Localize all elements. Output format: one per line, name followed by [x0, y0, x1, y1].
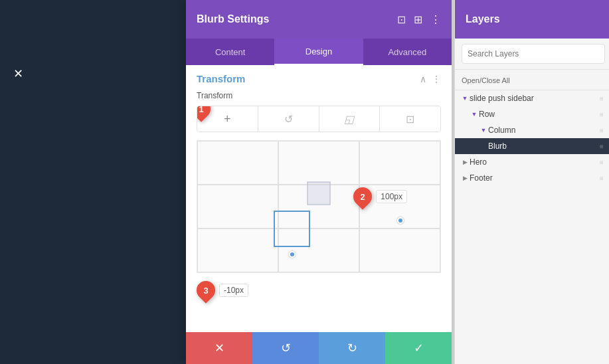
- grip-icon: ≡: [597, 94, 606, 103]
- layers-search: [455, 39, 609, 70]
- layer-item-blurb[interactable]: Blurb ≡: [455, 138, 609, 154]
- chevron-down-icon: ▼: [470, 110, 479, 119]
- transform-section: Transform ∧ ⋮ Transform 1 + ↺: [186, 65, 452, 310]
- layer-label: Footer: [470, 173, 597, 183]
- chevron-right-icon: ▶: [460, 157, 470, 167]
- open-close-all[interactable]: Open/Close All: [462, 76, 510, 84]
- settings-title: Blurb Settings: [197, 13, 269, 25]
- layer-label: Hero: [470, 157, 597, 167]
- layer-label: Row: [479, 110, 597, 119]
- skew-button[interactable]: ◱: [319, 106, 381, 132]
- tab-advanced[interactable]: Advanced: [363, 39, 452, 65]
- settings-header: Blurb Settings ⊡ ⊞ ⋮: [186, 0, 452, 39]
- undo-button[interactable]: ↺: [252, 332, 319, 364]
- annotation-2-group: 2 100px: [353, 187, 407, 206]
- close-button[interactable]: ✕: [13, 66, 23, 81]
- rotate-button[interactable]: ↺: [258, 106, 319, 132]
- more-icon[interactable]: ⋮: [430, 13, 441, 26]
- layers-header: Layers: [455, 0, 609, 39]
- transform-canvas: 2 100px: [197, 140, 441, 273]
- tabs-row: Content Design Advanced: [186, 39, 452, 65]
- header-icons: ⊡ ⊞ ⋮: [397, 13, 441, 26]
- tab-design[interactable]: Design: [274, 39, 363, 65]
- panel-body: Transform ∧ ⋮ Transform 1 + ↺: [186, 65, 452, 332]
- columns-icon[interactable]: ⊞: [414, 13, 422, 26]
- section-more-icon[interactable]: ⋮: [432, 74, 441, 84]
- section-title: Transform: [197, 73, 245, 84]
- layers-title: Layers: [466, 13, 500, 25]
- layers-actions: Open/Close All: [455, 70, 609, 90]
- layer-label: Blurb: [488, 141, 597, 151]
- annotation-3: 3: [193, 277, 219, 304]
- redo-button[interactable]: ↻: [319, 332, 385, 364]
- x-value-label: 100px: [376, 190, 407, 203]
- layer-item-hero[interactable]: ▶ Hero ≡: [455, 154, 609, 170]
- layers-panel: Layers Open/Close All ▼ slide push sideb…: [454, 0, 609, 364]
- grip-icon: ≡: [597, 110, 606, 119]
- tab-content[interactable]: Content: [186, 39, 274, 65]
- grip-icon: ≡: [597, 173, 606, 183]
- resize-icon[interactable]: ⊡: [397, 13, 406, 26]
- grip-icon: ≡: [597, 157, 606, 167]
- layer-item-column[interactable]: ▼ Column ≡: [455, 122, 609, 138]
- grid: [197, 141, 440, 272]
- chevron-right-icon: ▶: [460, 173, 470, 183]
- transformed-rect: [274, 211, 310, 247]
- layers-list: ▼ slide push sidebar ≡ ▼ Row ≡ ▼ Column …: [455, 90, 609, 364]
- handle-right[interactable]: [397, 217, 404, 224]
- grid-cell: [197, 185, 278, 228]
- reference-square: [307, 182, 331, 205]
- grid-cell: [359, 228, 440, 272]
- cancel-button[interactable]: ✕: [186, 332, 252, 364]
- left-sidebar: ✕: [0, 0, 186, 364]
- section-header: Transform ∧ ⋮: [197, 73, 441, 84]
- layer-item-slide-push-sidebar[interactable]: ▼ slide push sidebar ≡: [455, 90, 609, 106]
- save-button[interactable]: ✓: [385, 332, 452, 364]
- transform-label: Transform: [197, 91, 441, 100]
- annotation-2: 2: [349, 183, 376, 210]
- layer-item-row[interactable]: ▼ Row ≡: [455, 106, 609, 122]
- annotation-1: 1: [197, 106, 215, 122]
- layer-label: slide push sidebar: [470, 94, 597, 103]
- collapse-icon[interactable]: ∧: [420, 74, 426, 84]
- grid-cell: [359, 141, 440, 185]
- translate-button[interactable]: 1 +: [197, 106, 258, 132]
- chevron-down-icon: ▼: [460, 94, 470, 103]
- settings-panel: Blurb Settings ⊡ ⊞ ⋮ Content Design Adva…: [186, 0, 452, 364]
- annotation-3-group: 3 -10px: [197, 278, 441, 302]
- grip-icon: ≡: [597, 141, 606, 151]
- transform-controls: 1 + ↺ ◱ ⊡: [197, 106, 441, 132]
- grid-cell: [278, 141, 359, 185]
- handle-bottom[interactable]: [289, 251, 296, 258]
- search-input[interactable]: [462, 44, 605, 64]
- grid-cell: [197, 141, 278, 185]
- scale-button[interactable]: ⊡: [380, 106, 440, 132]
- grid-cell: [197, 228, 278, 272]
- bottom-toolbar: ✕ ↺ ↻ ✓: [186, 332, 452, 364]
- grip-icon: ≡: [597, 126, 606, 135]
- chevron-down-icon: ▼: [479, 126, 488, 135]
- y-value-label: -10px: [219, 284, 248, 297]
- section-header-icons: ∧ ⋮: [420, 74, 441, 84]
- layer-label: Column: [488, 126, 597, 135]
- layer-item-footer[interactable]: ▶ Footer ≡: [455, 170, 609, 186]
